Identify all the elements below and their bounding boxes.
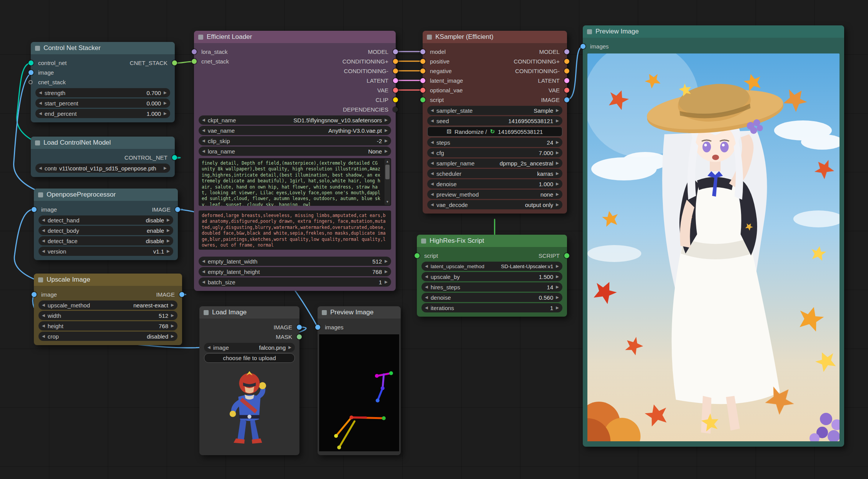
increment-arrow-icon[interactable]: ▶ bbox=[385, 139, 388, 143]
collapse-icon[interactable] bbox=[38, 277, 43, 282]
increment-arrow-icon[interactable]: ▶ bbox=[556, 151, 559, 155]
IMAGE-output-port[interactable] bbox=[175, 207, 180, 212]
decrement-arrow-icon[interactable]: ◀ bbox=[39, 112, 42, 115]
decrement-arrow-icon[interactable]: ◀ bbox=[39, 101, 42, 105]
decrement-arrow-icon[interactable]: ◀ bbox=[425, 295, 428, 299]
node-title-bar[interactable]: Upscale Image bbox=[34, 274, 182, 286]
decrement-arrow-icon[interactable]: ◀ bbox=[42, 303, 45, 307]
sampler_state-widget[interactable]: ◀sampler_stateSample▶ bbox=[427, 106, 562, 115]
image-widget[interactable]: ◀imagefalcon.png▶ bbox=[204, 343, 295, 352]
decrement-arrow-icon[interactable]: ◀ bbox=[431, 108, 434, 112]
scroll-up-icon[interactable]: ▲ bbox=[385, 159, 390, 164]
node-title-bar[interactable]: Preview Image bbox=[583, 25, 844, 38]
sampler_name-widget[interactable]: ◀sampler_namedpmpp_2s_ancestral▶ bbox=[427, 159, 562, 168]
optional_vae-input-port[interactable] bbox=[420, 88, 425, 93]
decrement-arrow-icon[interactable]: ◀ bbox=[42, 239, 45, 243]
collapse-icon[interactable] bbox=[198, 35, 203, 40]
control_net-input-port[interactable] bbox=[28, 60, 33, 65]
detect_hand-widget[interactable]: ◀detect_handdisable▶ bbox=[38, 215, 173, 225]
scroll-down-icon[interactable]: ▼ bbox=[385, 200, 390, 205]
node-title-bar[interactable]: Load Image bbox=[199, 306, 299, 319]
choose-file-button[interactable]: choose file to upload bbox=[204, 353, 295, 363]
decrement-arrow-icon[interactable]: ◀ bbox=[431, 172, 434, 175]
IMAGE-output-port[interactable] bbox=[297, 325, 302, 330]
VAE-output-port[interactable] bbox=[393, 88, 398, 93]
cfg-widget[interactable]: ◀cfg7.000▶ bbox=[427, 148, 562, 157]
scheduler-widget[interactable]: ◀schedulerkarras▶ bbox=[427, 169, 562, 178]
decrement-arrow-icon[interactable]: ◀ bbox=[42, 229, 45, 232]
decrement-arrow-icon[interactable]: ◀ bbox=[431, 119, 434, 123]
decrement-arrow-icon[interactable]: ◀ bbox=[202, 280, 205, 284]
decrement-arrow-icon[interactable]: ◀ bbox=[425, 306, 428, 310]
node-efficient-loader[interactable]: Efficient Loaderlora_stackMODELcnet_stac… bbox=[194, 31, 396, 291]
SCRIPT-output-port[interactable] bbox=[564, 253, 569, 258]
decrement-arrow-icon[interactable]: ◀ bbox=[39, 166, 42, 170]
empty_latent_height-widget[interactable]: ◀empty_latent_height768▶ bbox=[199, 267, 391, 276]
positive-input-port[interactable] bbox=[420, 59, 425, 64]
IMAGE-output-port[interactable] bbox=[179, 292, 184, 297]
positive-prompt-textarea[interactable]: finely detail, Depth of field,(masterpie… bbox=[199, 158, 391, 206]
DEPENDENCIES-output-port[interactable] bbox=[393, 107, 398, 112]
increment-arrow-icon[interactable]: ▶ bbox=[288, 345, 291, 349]
negative-prompt-textarea[interactable]: deformed,large breasts,sleeveless, missi… bbox=[199, 210, 391, 250]
VAE-output-port[interactable] bbox=[564, 88, 569, 93]
decrement-arrow-icon[interactable]: ◀ bbox=[202, 149, 205, 153]
increment-arrow-icon[interactable]: ▶ bbox=[385, 270, 388, 274]
script-input-port[interactable] bbox=[420, 97, 425, 102]
steps-widget[interactable]: ◀steps24▶ bbox=[427, 138, 562, 147]
increment-arrow-icon[interactable]: ▶ bbox=[167, 229, 170, 232]
negative-input-port[interactable] bbox=[420, 68, 425, 73]
lora_name-widget[interactable]: ◀lora_nameNone▶ bbox=[199, 147, 391, 156]
decrement-arrow-icon[interactable]: ◀ bbox=[431, 192, 434, 196]
increment-arrow-icon[interactable]: ▶ bbox=[556, 295, 559, 299]
CNET_STACK-output-port[interactable] bbox=[172, 60, 177, 65]
increment-arrow-icon[interactable]: ▶ bbox=[164, 166, 167, 170]
collapse-icon[interactable] bbox=[322, 310, 327, 315]
iterations-widget[interactable]: ◀iterations1▶ bbox=[421, 303, 562, 312]
latent_image-input-port[interactable] bbox=[420, 78, 425, 83]
hires_steps-widget[interactable]: ◀hires_steps14▶ bbox=[421, 282, 562, 292]
width-widget[interactable]: ◀width512▶ bbox=[38, 311, 177, 320]
decrement-arrow-icon[interactable]: ◀ bbox=[425, 275, 428, 279]
crop-widget[interactable]: ◀cropdisabled▶ bbox=[38, 332, 177, 341]
randomize-seed-button[interactable]: ⚄Randomize /↻14169505538121 bbox=[427, 127, 562, 137]
CONTROL_NET-output-port[interactable] bbox=[172, 155, 177, 160]
height-widget[interactable]: ◀height768▶ bbox=[38, 321, 177, 330]
node-openpose-preprocessor[interactable]: OpenposePreprocessorimageIMAGE◀detect_ha… bbox=[34, 189, 178, 260]
decrement-arrow-icon[interactable]: ◀ bbox=[425, 264, 428, 268]
CONDITIONING--output-port[interactable] bbox=[564, 68, 569, 73]
increment-arrow-icon[interactable]: ▶ bbox=[556, 192, 559, 196]
decrement-arrow-icon[interactable]: ◀ bbox=[431, 203, 434, 207]
decrement-arrow-icon[interactable]: ◀ bbox=[42, 218, 45, 222]
increment-arrow-icon[interactable]: ▶ bbox=[171, 324, 174, 328]
increment-arrow-icon[interactable]: ▶ bbox=[556, 264, 559, 268]
scrollbar-thumb[interactable] bbox=[385, 165, 390, 179]
decrement-arrow-icon[interactable]: ◀ bbox=[202, 259, 205, 263]
CONDITIONING--output-port[interactable] bbox=[393, 68, 398, 73]
control_net_name-widget[interactable]: ◀control_net_namev11\control_v11p_sd15_o… bbox=[35, 164, 170, 173]
increment-arrow-icon[interactable]: ▶ bbox=[164, 91, 167, 95]
increment-arrow-icon[interactable]: ▶ bbox=[385, 149, 388, 153]
increment-arrow-icon[interactable]: ▶ bbox=[385, 259, 388, 263]
node-title-bar[interactable]: Preview Image bbox=[318, 306, 401, 319]
latent_upscale_method-widget[interactable]: ◀latent_upscale_methodSD-Latent-Upscaler… bbox=[421, 262, 562, 271]
version-widget[interactable]: ◀versionv1.1▶ bbox=[38, 247, 173, 256]
images-input-port[interactable] bbox=[580, 44, 585, 49]
cnet_stack-input-port[interactable] bbox=[192, 59, 197, 64]
increment-arrow-icon[interactable]: ▶ bbox=[556, 182, 559, 186]
node-title-bar[interactable]: KSampler (Efficient) bbox=[423, 31, 567, 43]
increment-arrow-icon[interactable]: ▶ bbox=[385, 280, 388, 284]
decrement-arrow-icon[interactable]: ◀ bbox=[39, 91, 42, 95]
decrement-arrow-icon[interactable]: ◀ bbox=[431, 140, 434, 144]
vae_name-widget[interactable]: ◀vae_nameAnything-V3.0.vae.pt▶ bbox=[199, 126, 391, 135]
node-ksampler-efficient[interactable]: KSampler (Efficient)modelMODELpositiveCO… bbox=[423, 31, 567, 214]
model-input-port[interactable] bbox=[420, 49, 425, 54]
preview_method-widget[interactable]: ◀preview_methodnone▶ bbox=[427, 190, 562, 199]
script-input-port[interactable] bbox=[415, 253, 420, 258]
increment-arrow-icon[interactable]: ▶ bbox=[385, 129, 388, 132]
CONDITIONING+-output-port[interactable] bbox=[564, 59, 569, 64]
denoise-widget[interactable]: ◀denoise1.000▶ bbox=[427, 179, 562, 189]
node-title-bar[interactable]: Load ControlNet Model bbox=[31, 137, 175, 149]
upscale_method-widget[interactable]: ◀upscale_methodnearest-exact▶ bbox=[38, 300, 177, 310]
increment-arrow-icon[interactable]: ▶ bbox=[164, 112, 167, 115]
